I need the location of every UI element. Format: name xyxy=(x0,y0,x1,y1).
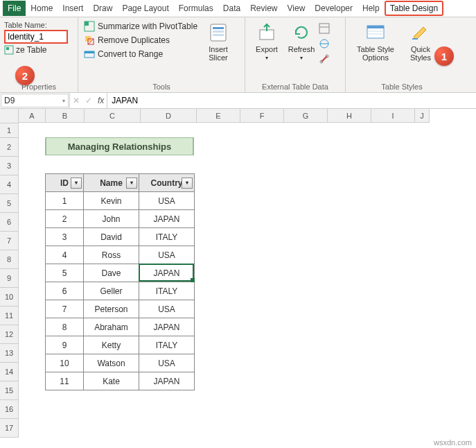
cell-country[interactable]: JAPAN xyxy=(139,372,195,390)
table-row[interactable]: 11KateJAPAN xyxy=(46,372,195,390)
cell-name[interactable]: Watson xyxy=(84,354,139,372)
table-row[interactable]: 2JohnJAPAN xyxy=(46,210,195,228)
cell-name[interactable]: Kevin xyxy=(84,192,139,210)
cell-id[interactable]: 7 xyxy=(46,300,84,318)
col-header-B[interactable]: B xyxy=(46,109,85,123)
export-button[interactable]: Export ▾ xyxy=(249,20,284,64)
cell-id[interactable]: 8 xyxy=(46,318,84,336)
row-header-9[interactable]: 9 xyxy=(0,269,19,288)
row-header-6[interactable]: 6 xyxy=(0,213,19,232)
col-header-I[interactable]: I xyxy=(371,109,415,123)
table-row[interactable]: 6GellerITALY xyxy=(46,282,195,300)
cell-id[interactable]: 2 xyxy=(46,210,84,228)
tab-home[interactable]: Home xyxy=(26,1,58,16)
insert-slicer-button[interactable]: Insert Slicer xyxy=(200,20,236,63)
col-header-G[interactable]: G xyxy=(284,109,328,123)
formula-input[interactable] xyxy=(107,93,476,108)
cell-id[interactable]: 4 xyxy=(46,246,84,264)
row-header-14[interactable]: 14 xyxy=(0,363,19,381)
tab-formulas[interactable]: Formulas xyxy=(174,1,218,16)
tab-help[interactable]: Help xyxy=(358,1,385,16)
row-header-7[interactable]: 7 xyxy=(0,232,19,250)
cell-name[interactable]: Kate xyxy=(84,372,139,390)
row-header-2[interactable]: 2 xyxy=(0,138,19,157)
convert-to-range-button[interactable]: Convert to Range xyxy=(82,48,200,60)
cell-country[interactable]: JAPAN xyxy=(139,264,195,282)
cell-id[interactable]: 3 xyxy=(46,228,84,246)
row-header-4[interactable]: 4 xyxy=(0,175,19,194)
cell-country[interactable]: ITALY xyxy=(139,336,195,354)
table-row[interactable]: 4RossUSA xyxy=(46,246,195,264)
col-header-D[interactable]: D xyxy=(141,109,197,123)
properties-icon[interactable] xyxy=(319,23,330,34)
worksheet-grid[interactable]: A B C D E F G H I J 1 2 3 4 5 6 7 8 9 10… xyxy=(0,109,476,448)
cell-country[interactable]: ITALY xyxy=(139,228,195,246)
cell-name[interactable]: Geller xyxy=(84,282,139,300)
cell-name[interactable]: Ketty xyxy=(84,336,139,354)
table-row[interactable]: 8AbrahamJAPAN xyxy=(46,318,195,336)
row-header-1[interactable]: 1 xyxy=(0,123,19,138)
name-box[interactable]: D9 ▾ xyxy=(1,94,69,107)
col-header-C[interactable]: C xyxy=(85,109,141,123)
row-header-12[interactable]: 12 xyxy=(0,325,19,344)
filter-button-country[interactable]: ▾ xyxy=(182,178,193,189)
tab-review[interactable]: Review xyxy=(245,1,282,16)
remove-duplicates-button[interactable]: Remove Duplicates xyxy=(82,34,200,46)
cell-country[interactable]: JAPAN xyxy=(139,210,195,228)
tab-page-layout[interactable]: Page Layout xyxy=(117,1,173,16)
tab-view[interactable]: View xyxy=(283,1,310,16)
title-cell[interactable]: Managing Relationships xyxy=(45,137,194,155)
col-header-J[interactable]: J xyxy=(415,109,430,123)
row-header-10[interactable]: 10 xyxy=(0,288,19,307)
cell-id[interactable]: 1 xyxy=(46,192,84,210)
row-header-13[interactable]: 13 xyxy=(0,344,19,363)
tab-data[interactable]: Data xyxy=(218,1,245,16)
tab-insert[interactable]: Insert xyxy=(58,1,88,16)
row-header-8[interactable]: 8 xyxy=(0,250,19,269)
table-row[interactable]: 7PetersonUSA xyxy=(46,300,195,318)
col-header-H[interactable]: H xyxy=(328,109,371,123)
cell-name[interactable]: Ross xyxy=(84,246,139,264)
cell-country[interactable]: ITALY xyxy=(139,282,195,300)
table-row[interactable]: 1KevinUSA xyxy=(46,192,195,210)
header-id[interactable]: ID ▾ xyxy=(46,174,84,192)
row-header-16[interactable]: 16 xyxy=(0,400,19,419)
header-country[interactable]: Country ▾ xyxy=(139,174,195,192)
select-all-corner[interactable] xyxy=(0,109,19,123)
resize-table-button[interactable]: ze Table xyxy=(4,45,73,55)
tab-file[interactable]: File xyxy=(3,1,26,16)
enter-icon[interactable]: ✓ xyxy=(85,96,92,105)
cell-country[interactable]: JAPAN xyxy=(139,318,195,336)
cell-name[interactable]: Abraham xyxy=(84,318,139,336)
cell-id[interactable]: 11 xyxy=(46,372,84,390)
summarize-pivottable-button[interactable]: Summarize with PivotTable xyxy=(82,20,200,33)
cell-id[interactable]: 5 xyxy=(46,264,84,282)
row-header-3[interactable]: 3 xyxy=(0,157,19,175)
table-name-input[interactable] xyxy=(4,30,68,44)
cell-id[interactable]: 9 xyxy=(46,336,84,354)
col-header-E[interactable]: E xyxy=(197,109,240,123)
table-row[interactable]: 3DavidITALY xyxy=(46,228,195,246)
cell-id[interactable]: 10 xyxy=(46,354,84,372)
fx-icon[interactable]: fx xyxy=(98,96,104,105)
cell-id[interactable]: 6 xyxy=(46,282,84,300)
tab-developer[interactable]: Developer xyxy=(310,1,358,16)
col-header-F[interactable]: F xyxy=(240,109,284,123)
cell-country[interactable]: USA xyxy=(139,192,195,210)
cell-country[interactable]: USA xyxy=(139,246,195,264)
table-row[interactable]: 9KettyITALY xyxy=(46,336,195,354)
cell-name[interactable]: John xyxy=(84,210,139,228)
cells-area[interactable]: Managing Relationships ID ▾ Name ▾ xyxy=(19,123,476,448)
table-row[interactable]: 10WatsonUSA xyxy=(46,354,195,372)
tab-draw[interactable]: Draw xyxy=(88,1,117,16)
filter-button-name[interactable]: ▾ xyxy=(126,178,137,189)
refresh-button[interactable]: Refresh ▾ xyxy=(284,20,319,64)
open-browser-icon[interactable] xyxy=(319,38,330,49)
tab-table-design[interactable]: Table Design xyxy=(385,1,443,16)
col-header-A[interactable]: A xyxy=(19,109,46,123)
unlink-icon[interactable] xyxy=(319,53,330,64)
cancel-icon[interactable]: ✕ xyxy=(73,96,80,105)
cell-name[interactable]: David xyxy=(84,228,139,246)
row-header-15[interactable]: 15 xyxy=(0,381,19,400)
table-row[interactable]: 5DaveJAPAN xyxy=(46,264,195,282)
